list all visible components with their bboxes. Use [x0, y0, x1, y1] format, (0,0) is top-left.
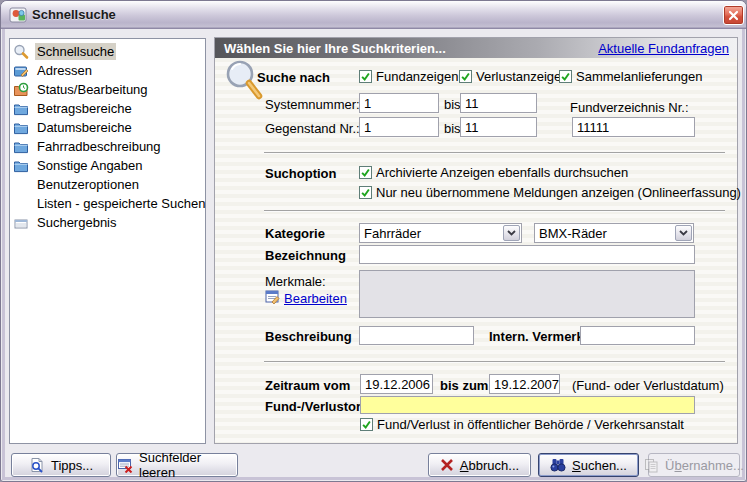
button-label: Übernahme...	[665, 458, 744, 473]
nur-neu-checkbox[interactable]	[359, 186, 372, 199]
sidebar-item-label: Adressen	[35, 62, 94, 79]
suche-nach-label: Suche nach	[257, 70, 330, 85]
sidebar-item-datumsbereiche[interactable]: Datumsbereiche	[10, 118, 205, 137]
fundort-input[interactable]	[360, 396, 695, 414]
result-grid-icon	[13, 215, 30, 231]
abbruch-button[interactable]: Abbruch...	[428, 453, 531, 477]
sidebar-item-suchergebnis[interactable]: Suchergebnis	[10, 213, 205, 232]
sammelanlieferungen-option: Sammelanlieferungen	[559, 69, 702, 84]
binoculars-icon	[550, 458, 566, 472]
checkbox-label: Fund/Verlust in öffentlicher Behörde / V…	[377, 417, 684, 432]
sidebar-item-listen-gespeicherte-suchen[interactable]: Listen - gespeicherte Suchen	[10, 194, 205, 213]
separator	[264, 361, 725, 363]
folder-icon	[13, 120, 30, 136]
kategorie-select[interactable]: Fahrräder	[359, 223, 522, 243]
merkmale-label: Merkmale:	[265, 274, 326, 289]
sammelanlieferungen-checkbox[interactable]	[559, 70, 572, 83]
chevron-down-icon[interactable]	[503, 225, 520, 241]
sidebar-item-label: Fahrradbeschreibung	[35, 138, 163, 155]
archivierte-checkbox[interactable]	[359, 166, 372, 179]
sidebar-item-betragsbereiche[interactable]: Betragsbereiche	[10, 99, 205, 118]
checkbox-label: Archivierte Anzeigen ebenfalls durchsuch…	[376, 165, 628, 180]
behoerde-checkbox[interactable]	[360, 418, 373, 431]
systemnummer-von-input[interactable]: 1	[359, 93, 439, 113]
status-clock-icon	[13, 82, 30, 98]
gegenstand-bis-input[interactable]: 11	[460, 117, 537, 137]
window-frame	[742, 29, 745, 480]
window-frame	[2, 29, 5, 480]
nav-list: Schnellsuche Adressen Status/Bearbeitu	[9, 38, 206, 444]
sidebar-item-schnellsuche[interactable]: Schnellsuche	[10, 42, 205, 61]
bis-label: bis	[444, 97, 461, 112]
checkbox-label: Nur neu übernommene Meldungen anzeigen (…	[376, 185, 741, 200]
behoerde-option: Fund/Verlust in öffentlicher Behörde / V…	[360, 417, 684, 432]
zeitraum-bis-input[interactable]: 19.12.2007	[489, 374, 560, 394]
zeitraum-hint: (Fund- oder Verlustdatum)	[572, 378, 724, 393]
bis-zum-label: bis zum	[440, 378, 488, 393]
panel-header-title: Wählen Sie hier Ihre Suchkriterien...	[215, 41, 446, 56]
sidebar-item-fahrradbeschreibung[interactable]: Fahrradbeschreibung	[10, 137, 205, 156]
fundverzeichnis-input[interactable]: 11111	[572, 117, 695, 137]
merkmale-textarea[interactable]	[359, 270, 695, 318]
verlustanzeigen-checkbox[interactable]	[459, 70, 472, 83]
unterkategorie-select[interactable]: BMX-Räder	[534, 223, 694, 243]
sidebar-item-label: Schnellsuche	[35, 43, 116, 60]
zeitraum-von-input[interactable]: 19.12.2006	[360, 374, 433, 394]
suchen-button[interactable]: Suchen...	[538, 453, 639, 477]
bis-label: bis	[444, 121, 461, 136]
uebernahme-button[interactable]: Übernahme...	[648, 453, 740, 477]
edit-icon	[265, 289, 280, 304]
panel-header: Wählen Sie hier Ihre Suchkriterien... Ak…	[215, 38, 737, 58]
tips-icon	[29, 457, 45, 473]
fundort-label: Fund-/Verlustort	[265, 399, 365, 414]
fundverzeichnis-label: Fundverzeichnis Nr.:	[570, 100, 689, 115]
bearbeiten-link[interactable]: Bearbeiten	[284, 291, 347, 306]
chevron-down-icon[interactable]	[675, 225, 692, 241]
archivierte-option: Archivierte Anzeigen ebenfalls durchsuch…	[359, 165, 628, 180]
separator	[264, 152, 725, 154]
dialog-schnellsuche: Schnellsuche Schnellsuche	[0, 0, 747, 482]
window-frame	[2, 477, 745, 480]
no-icon	[13, 177, 30, 193]
suchfelder-leeren-button[interactable]: Suchfelder leeren	[116, 453, 238, 477]
fundanzeigen-option: Fundanzeigen	[359, 69, 458, 84]
clear-fields-icon	[117, 457, 133, 473]
address-book-icon	[13, 63, 30, 79]
intern-vermerk-input[interactable]	[580, 326, 695, 345]
sidebar-item-label: Listen - gespeicherte Suchen	[35, 195, 207, 212]
aktuelle-fundanfragen-link[interactable]: Aktuelle Fundanfragen	[598, 41, 729, 56]
tipps-button[interactable]: Tipps...	[11, 453, 111, 477]
nur-neu-option: Nur neu übernommene Meldungen anzeigen (…	[359, 185, 741, 200]
app-icon	[9, 6, 27, 24]
folder-icon	[13, 101, 30, 117]
kategorie-label: Kategorie	[265, 226, 325, 241]
title-bar[interactable]: Schnellsuche	[1, 1, 747, 29]
suchoption-label: Suchoption	[265, 166, 337, 181]
cancel-x-icon	[440, 458, 454, 472]
sidebar-item-sonstige-angaben[interactable]: Sonstige Angaben	[10, 156, 205, 175]
folder-icon	[13, 158, 30, 174]
search-criteria-panel: Wählen Sie hier Ihre Suchkriterien... Ak…	[214, 37, 738, 444]
gegenstand-von-input[interactable]: 1	[359, 117, 439, 137]
beschreibung-label: Beschreibung	[265, 329, 352, 344]
unterkategorie-selected-value: BMX-Räder	[539, 226, 607, 241]
sidebar-item-label: Status/Bearbeitung	[35, 81, 150, 98]
close-button[interactable]	[723, 5, 744, 25]
button-label: Suchen...	[572, 458, 627, 473]
checkbox-label: Sammelanlieferungen	[576, 69, 702, 84]
button-label: Abbruch...	[460, 458, 519, 473]
beschreibung-input[interactable]	[359, 326, 474, 345]
sidebar-item-status-bearbeitung[interactable]: Status/Bearbeitung	[10, 80, 205, 99]
sidebar-item-label: Sonstige Angaben	[35, 157, 145, 174]
folder-icon	[13, 139, 30, 155]
fundanzeigen-checkbox[interactable]	[359, 70, 372, 83]
zeitraum-label: Zeitraum vom	[265, 378, 350, 393]
window-title: Schnellsuche	[32, 7, 116, 22]
bezeichnung-input[interactable]	[359, 245, 695, 264]
close-icon	[728, 10, 739, 21]
sidebar-item-benutzeroptionen[interactable]: Benutzeroptionen	[10, 175, 205, 194]
bezeichnung-label: Bezeichnung	[265, 248, 346, 263]
systemnummer-bis-input[interactable]: 11	[460, 93, 537, 113]
checkbox-label: Fundanzeigen	[376, 69, 458, 84]
sidebar-item-adressen[interactable]: Adressen	[10, 61, 205, 80]
